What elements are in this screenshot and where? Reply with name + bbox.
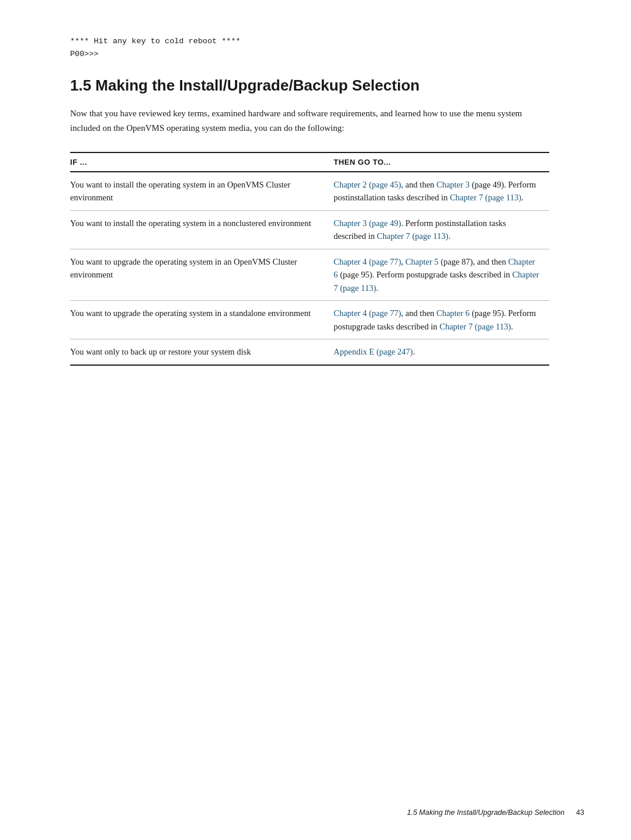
table-cell-if-1: You want to install the operating system… [70,172,334,210]
link-ch7-c[interactable]: Chapter 7 (page 113) [334,270,539,292]
code-line-1: **** Hit any key to cold reboot **** [70,35,584,48]
link-ch2[interactable]: Chapter 2 (page 45) [334,180,401,189]
table-cell-goto-5: Appendix E (page 247). [334,339,549,365]
page-footer: 1.5 Making the Install/Upgrade/Backup Se… [407,808,584,817]
table-row: You want to install the operating system… [70,172,549,210]
column-header-if: IF ... [70,152,334,172]
link-ch3-a[interactable]: Chapter 3 [436,180,470,189]
footer-page-number: 43 [576,808,584,817]
table-row: You want to upgrade the operating system… [70,249,549,300]
link-ch4-a[interactable]: Chapter 4 (page 77) [334,257,401,266]
table-cell-if-2: You want to install the operating system… [70,210,334,249]
link-appendix-e[interactable]: Appendix E (page 247) [334,347,413,356]
link-ch6-b[interactable]: Chapter 6 [436,308,470,318]
link-ch7-d[interactable]: Chapter 7 (page 113) [439,322,511,331]
table-cell-if-4: You want to upgrade the operating system… [70,301,334,339]
link-ch4-b[interactable]: Chapter 4 (page 77) [334,308,401,318]
decision-table: IF ... THEN GO TO... You want to install… [70,152,549,366]
table-cell-if-5: You want only to back up or restore your… [70,339,334,365]
link-ch3-b[interactable]: Chapter 3 (page 49) [334,218,401,228]
table-cell-goto-4: Chapter 4 (page 77), and then Chapter 6 … [334,301,549,339]
column-header-goto: THEN GO TO... [334,152,549,172]
section-title: 1.5 Making the Install/Upgrade/Backup Se… [70,77,584,95]
intro-paragraph: Now that you have reviewed key terms, ex… [70,106,549,136]
table-row: You want to install the operating system… [70,210,549,249]
table-cell-goto-3: Chapter 4 (page 77), Chapter 5 (page 87)… [334,249,549,300]
table-row: You want only to back up or restore your… [70,339,549,365]
footer-section-text: 1.5 Making the Install/Upgrade/Backup Se… [407,808,564,817]
table-cell-goto-2: Chapter 3 (page 49). Perform postinstall… [334,210,549,249]
link-ch7-b[interactable]: Chapter 7 (page 113) [377,231,448,241]
table-cell-if-3: You want to upgrade the operating system… [70,249,334,300]
code-block: **** Hit any key to cold reboot **** P00… [70,35,584,60]
link-ch5[interactable]: Chapter 5 [405,257,439,266]
table-row: You want to upgrade the operating system… [70,301,549,339]
table-cell-goto-1: Chapter 2 (page 45), and then Chapter 3 … [334,172,549,210]
table-header-row: IF ... THEN GO TO... [70,152,549,172]
link-ch7-a[interactable]: Chapter 7 (page 113) [450,193,521,202]
code-line-2: P00>>> [70,48,584,61]
